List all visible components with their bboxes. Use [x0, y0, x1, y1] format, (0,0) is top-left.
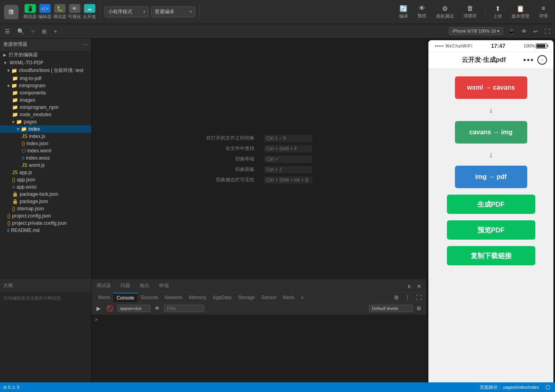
console-expand-btn[interactable]: ⛶ — [414, 293, 423, 302]
console-source-select[interactable]: appservice — [117, 305, 150, 312]
console-more-btn[interactable]: ⋮ — [403, 293, 412, 302]
debug-tab-storage[interactable]: Storage — [235, 293, 258, 302]
tree-item-index-json[interactable]: {} index.json — [0, 140, 91, 147]
tree-item-pages[interactable]: ▼📁 pages — [0, 118, 91, 125]
phone-icon-btn[interactable]: 📱 — [506, 27, 516, 35]
debug-tab-sensor[interactable]: Sensor — [258, 293, 280, 302]
tree-item-project-private[interactable]: {} project.private.config.json — [0, 220, 91, 227]
console-settings2-btn[interactable]: ⚙ — [415, 304, 423, 312]
navbar-circle[interactable]: ● — [537, 55, 547, 65]
debug-tab-more[interactable]: » — [298, 293, 307, 302]
shortcut-find-in-file-key: Ctrl + Shift + F — [264, 145, 312, 152]
tree-item-sitemap-json[interactable]: {} sitemap.json — [0, 205, 91, 212]
status-errors[interactable]: ⊘ 0 ⚠ 0 — [3, 385, 19, 390]
bottom-tab-debugger[interactable]: 调试器 — [95, 280, 113, 292]
debug-tab-console[interactable]: Console — [113, 293, 137, 302]
add-panel-btn[interactable]: + — [52, 27, 59, 35]
debug-tab-network[interactable]: Network — [162, 293, 186, 302]
img-to-pdf-btn[interactable]: img → pdf — [455, 166, 527, 188]
simulate-btn[interactable]: 📱 模拟器 — [23, 4, 37, 20]
shortcut-toggle-sidebar-key: Ctrl + Shift + Alt + B — [264, 177, 312, 184]
grid-btn[interactable]: ⊞ — [40, 27, 48, 35]
download-link-btn[interactable]: 复制下载链接 — [447, 246, 535, 265]
visualize-btn[interactable]: 👁 可视化 — [68, 4, 81, 20]
tree-item-project-config[interactable]: {} project.config.json — [0, 212, 91, 220]
preview-btn[interactable]: 👁 预览 — [414, 5, 430, 19]
debug-tab-memory[interactable]: Memory — [186, 293, 209, 302]
visualize-icon: 👁 — [69, 4, 80, 13]
phone-navbar: 云开发·生成pdf ••• ● — [428, 52, 553, 68]
sidebar-toggle-btn[interactable]: ☰ — [3, 27, 12, 35]
console-settings-btn[interactable]: ⚙ — [392, 293, 401, 302]
mode-dropdown[interactable]: 小程序模式 — [104, 6, 149, 17]
sidebar-menu-icon[interactable]: ⋯ — [82, 41, 88, 48]
phone-frame: ••••• WeChatWiFi 17:47 100% 云开发·生成pdf ••… — [428, 40, 553, 390]
tree-item-package-lock[interactable]: 🔒 package-lock.json — [0, 191, 91, 198]
cloud-btn[interactable]: ☁ 云开发 — [83, 4, 96, 20]
wxml-to-canvas-btn[interactable]: wxml → cavans — [455, 76, 527, 99]
version-btn[interactable]: 📋 版本管理 — [508, 5, 532, 19]
tree-item-wxml-js[interactable]: JS wxml.js — [0, 162, 91, 169]
compile-btn[interactable]: 🔄 编译 — [396, 5, 411, 19]
debug-btn[interactable]: 🐛 调试器 — [53, 4, 66, 20]
tree-item-app-wxss[interactable]: ≡ app.wxss — [0, 183, 91, 191]
tree-item-index[interactable]: ▼📁 index — [0, 125, 91, 133]
console-run-btn[interactable]: ▶ — [95, 304, 102, 312]
preview-pdf-btn[interactable]: 预览PDF — [447, 220, 535, 240]
tree-item-miniprogram-npm[interactable]: 📁 miniprogram_npm — [0, 104, 91, 111]
tree-item-package-json[interactable]: 🔒 package.json — [0, 198, 91, 205]
upload-btn[interactable]: ⬆ 上传 — [490, 5, 505, 19]
tree-item-readme[interactable]: ℹ README.md — [0, 227, 91, 234]
console-levels-select[interactable]: Default levels — [369, 305, 413, 312]
time-display: 17:47 — [491, 43, 506, 49]
canvas-to-img-btn[interactable]: cavans → img — [455, 121, 527, 144]
panel-close-btn[interactable]: ✕ — [415, 282, 423, 290]
editor-btn[interactable]: </> 编辑器 — [38, 4, 51, 20]
signal-dots: ••••• WeChatWiFi — [435, 43, 473, 48]
outline-header: 大纲 — [0, 280, 91, 292]
sidebar-recent-section[interactable]: ▶ 打开的编辑器 — [0, 51, 91, 59]
console-filter-input[interactable] — [164, 305, 204, 312]
debug-tab-mock[interactable]: Mock — [280, 293, 298, 302]
status-open-btn[interactable]: ⬡ — [544, 383, 552, 391]
clearcache-btn[interactable]: 🗑 清缓存 — [460, 5, 480, 19]
tree-item-cloudfunctions[interactable]: ▼📁 cloudfunctions | 当前环境: test — [0, 66, 91, 75]
device-info[interactable]: iPhone 6/7/8 100% 16 ▾ — [449, 27, 503, 35]
tree-item-index-js[interactable]: JS index.js — [0, 133, 91, 140]
bottom-tab-terminal[interactable]: 终端 — [158, 280, 170, 292]
tree-item-img-to-pdf[interactable]: 📁 img-to-pdf — [0, 75, 91, 82]
search-btn[interactable]: 🔍 — [16, 27, 26, 35]
navbar-dots[interactable]: ••• — [523, 55, 534, 65]
eye-icon-btn[interactable]: 👁 — [520, 27, 528, 35]
debug-tab-sources[interactable]: Sources — [137, 293, 162, 302]
tree-item-index-wxss[interactable]: ≡ index.wxss — [0, 154, 91, 162]
tree-item-miniprogram[interactable]: ▼📁 miniprogram — [0, 82, 91, 89]
tree-item-components[interactable]: 📁 components — [0, 89, 91, 96]
tree-item-images[interactable]: 📁 images — [0, 96, 91, 104]
console-eye-btn[interactable]: 👁 — [153, 304, 162, 312]
debug-tab-appdata[interactable]: AppData — [209, 293, 235, 302]
sidebar-project-section[interactable]: ▼ WXML-TO-PDF — [0, 59, 91, 66]
arrow-down-1: ↓ — [489, 105, 493, 115]
rotate-icon-btn[interactable]: ↩ — [532, 27, 540, 35]
bottom-tab-output[interactable]: 输出 — [138, 280, 151, 292]
outline-panel: 大纲 活动编辑器无法提供大纲信息。 — [0, 279, 92, 392]
panel-minimize-btn[interactable]: ∧ — [405, 282, 413, 290]
sidebar-header-icons: ⋯ — [82, 41, 88, 48]
warning-icon: ⚠ — [12, 385, 16, 390]
shortcut-toggle-panel-key: Ctrl + J — [264, 166, 312, 173]
realtest-btn[interactable]: ⚙ 真机调试 — [433, 5, 457, 19]
detail-btn[interactable]: ≡ 详情 — [536, 5, 551, 19]
git-btn[interactable]: ⑂ — [30, 27, 36, 35]
generate-pdf-btn[interactable]: 生成PDF — [447, 195, 535, 214]
tree-item-app-json[interactable]: {} app.json — [0, 176, 91, 183]
debug-tab-wxml[interactable]: Wxml — [95, 293, 113, 302]
tree-item-node-modules[interactable]: 📁 node_modules — [0, 111, 91, 118]
bottom-tab-issues[interactable]: 问题 — [119, 280, 132, 292]
console-clear-btn[interactable]: 🚫 — [105, 304, 115, 312]
tree-item-app-js[interactable]: JS app.js — [0, 169, 91, 176]
compile-dropdown[interactable]: 普通编译 — [151, 6, 195, 17]
fullscreen-icon-btn[interactable]: ⛶ — [543, 27, 552, 35]
tree-item-index-wxml[interactable]: ⬡ index.wxml — [0, 147, 91, 154]
shortcut-toggle-sidebar: 切换侧边栏可见性 — [206, 177, 254, 184]
